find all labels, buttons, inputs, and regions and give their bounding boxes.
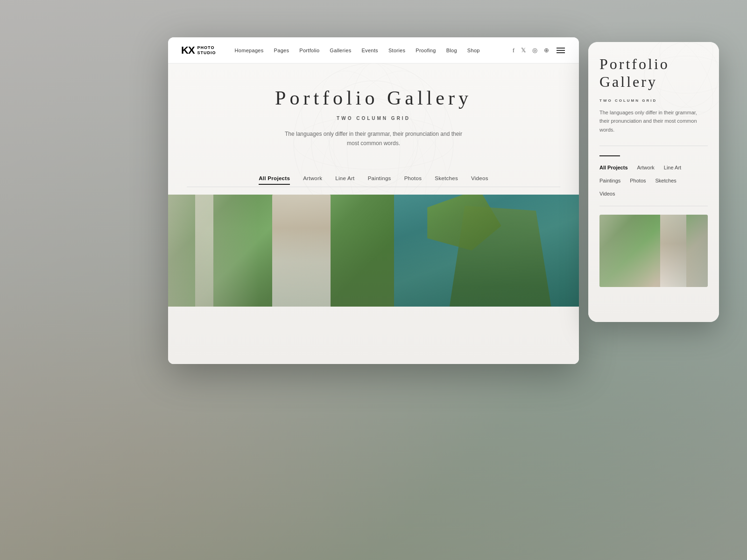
mobile-filter-photos[interactable]: Photos bbox=[630, 178, 646, 183]
mobile-page-desc: The languages only differ in their gramm… bbox=[599, 108, 708, 134]
desktop-nav: KX PHOTOSTUDIO Homepages Pages Portfolio… bbox=[168, 37, 579, 63]
desktop-image-iguana[interactable] bbox=[394, 195, 579, 307]
nav-blog[interactable]: Blog bbox=[446, 48, 457, 53]
desktop-page-subtitle: TWO COLUMN GRID bbox=[187, 116, 560, 121]
mobile-filter-line-art[interactable]: Line Art bbox=[664, 165, 681, 170]
img-right-overlay bbox=[394, 195, 579, 307]
desktop-content: Portfolio Gallery TWO COLUMN GRID The la… bbox=[168, 63, 579, 364]
filter-paintings[interactable]: Paintings bbox=[368, 175, 391, 185]
nav-events[interactable]: Events bbox=[361, 48, 378, 53]
nav-shop[interactable]: Shop bbox=[467, 48, 480, 53]
mobile-filter-underline bbox=[599, 155, 620, 156]
nav-pages[interactable]: Pages bbox=[274, 48, 289, 53]
filter-sketches[interactable]: Sketches bbox=[435, 175, 458, 185]
mobile-divider-bottom bbox=[599, 206, 708, 206]
mobile-filters-row3: Videos bbox=[599, 191, 708, 196]
dribbble-icon[interactable]: ⊕ bbox=[544, 47, 549, 54]
filter-all-projects[interactable]: All Projects bbox=[259, 175, 290, 185]
mobile-image-bride[interactable] bbox=[599, 215, 708, 287]
logo-kx: KX bbox=[181, 44, 195, 56]
logo-text: PHOTOSTUDIO bbox=[197, 45, 216, 56]
facebook-icon[interactable]: f bbox=[513, 47, 514, 54]
desktop-image-bride[interactable] bbox=[168, 195, 394, 307]
mobile-filter-paintings[interactable]: Paintings bbox=[599, 178, 620, 183]
desktop-page-desc: The languages only differ in their gramm… bbox=[285, 129, 462, 148]
mobile-filters-row1: All Projects Artwork Line Art bbox=[599, 165, 708, 170]
twitter-icon[interactable]: 𝕏 bbox=[521, 47, 526, 54]
filter-divider bbox=[187, 187, 560, 187]
filter-videos[interactable]: Videos bbox=[471, 175, 488, 185]
filter-artwork[interactable]: Artwork bbox=[303, 175, 322, 185]
nav-portfolio[interactable]: Portfolio bbox=[299, 48, 319, 53]
mobile-img-overlay bbox=[599, 215, 708, 287]
nav-items: Homepages Pages Portfolio Galleries Even… bbox=[235, 48, 513, 53]
instagram-icon[interactable]: ◎ bbox=[532, 47, 537, 54]
filter-photos[interactable]: Photos bbox=[404, 175, 422, 185]
desktop-mockup: KX PHOTOSTUDIO Homepages Pages Portfolio… bbox=[168, 37, 579, 364]
mobile-content: PortfolioGallery TWO COLUMN GRID The lan… bbox=[588, 42, 719, 322]
mobile-filter-videos[interactable]: Videos bbox=[599, 191, 615, 196]
mobile-mockup: PortfolioGallery TWO COLUMN GRID The lan… bbox=[588, 42, 719, 322]
hamburger-menu[interactable] bbox=[556, 47, 566, 54]
mobile-page-title: PortfolioGallery bbox=[599, 55, 708, 91]
mobile-divider bbox=[599, 146, 708, 146]
desktop-page-title: Portfolio Gallery bbox=[187, 87, 560, 109]
mobile-page-subtitle: TWO COLUMN GRID bbox=[599, 98, 708, 103]
nav-galleries[interactable]: Galleries bbox=[330, 48, 351, 53]
mobile-filter-artwork[interactable]: Artwork bbox=[637, 165, 655, 170]
mobile-filter-all-projects[interactable]: All Projects bbox=[599, 165, 628, 170]
nav-stories[interactable]: Stories bbox=[388, 48, 405, 53]
mobile-filters-row2: Paintings Photos Sketches bbox=[599, 178, 708, 183]
mobile-filter-sketches[interactable]: Sketches bbox=[655, 178, 677, 183]
nav-homepages[interactable]: Homepages bbox=[235, 48, 264, 53]
img-left-overlay bbox=[168, 195, 394, 307]
desktop-hero: Portfolio Gallery TWO COLUMN GRID The la… bbox=[168, 63, 579, 175]
nav-proofing[interactable]: Proofing bbox=[416, 48, 436, 53]
desktop-filter-bar: All Projects Artwork Line Art Paintings … bbox=[168, 175, 579, 185]
logo[interactable]: KX PHOTOSTUDIO bbox=[181, 44, 216, 56]
filter-line-art[interactable]: Line Art bbox=[335, 175, 354, 185]
desktop-images-row bbox=[168, 195, 579, 307]
nav-right: f 𝕏 ◎ ⊕ bbox=[513, 47, 566, 54]
